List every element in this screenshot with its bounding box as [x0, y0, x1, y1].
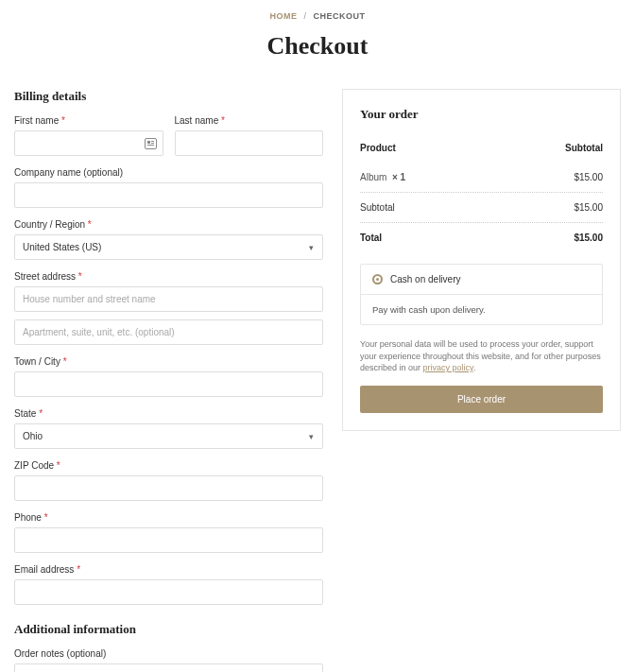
email-label: Email address * — [14, 564, 323, 575]
order-col-product: Product — [360, 143, 396, 153]
order-notes-label: Order notes (optional) — [14, 648, 323, 659]
breadcrumb-home[interactable]: HOME — [269, 11, 297, 21]
country-select[interactable]: United States (US) — [14, 234, 323, 260]
privacy-policy-link[interactable]: privacy policy — [423, 363, 473, 372]
order-subtotal-value: $15.00 — [574, 202, 603, 213]
payment-method-option[interactable]: Cash on delivery — [361, 265, 602, 295]
order-subtotal-label: Subtotal — [360, 202, 395, 213]
billing-heading: Billing details — [14, 89, 323, 104]
phone-input[interactable] — [14, 527, 323, 553]
first-name-input[interactable] — [14, 130, 163, 156]
company-label: Company name (optional) — [14, 167, 323, 178]
page-title: Checkout — [14, 32, 621, 60]
payment-method-description: Pay with cash upon delivery. — [361, 295, 602, 324]
street-label: Street address * — [14, 271, 323, 282]
billing-section: Billing details First name * Last name *… — [14, 89, 323, 672]
additional-heading: Additional information — [14, 622, 323, 637]
breadcrumb-separator: / — [303, 11, 306, 21]
place-order-button[interactable]: Place order — [360, 386, 603, 413]
state-select[interactable]: Ohio — [14, 423, 323, 449]
order-item-price: $15.00 — [574, 172, 603, 182]
phone-label: Phone * — [14, 512, 323, 523]
email-input[interactable] — [14, 579, 323, 605]
company-input[interactable] — [14, 182, 323, 208]
radio-selected-icon — [372, 274, 383, 284]
order-total-label: Total — [360, 233, 382, 243]
payment-method-box: Cash on delivery Pay with cash upon deli… — [360, 264, 603, 325]
order-item-name: Album × 1 — [360, 172, 405, 182]
order-heading: Your order — [360, 107, 603, 122]
breadcrumb: HOME / CHECKOUT — [14, 11, 621, 21]
first-name-label: First name * — [14, 115, 163, 126]
breadcrumb-current: CHECKOUT — [314, 11, 366, 21]
order-total-value: $15.00 — [574, 233, 603, 243]
city-label: Town / City * — [14, 356, 323, 367]
street-address-2-input[interactable] — [14, 319, 323, 345]
privacy-notice: Your personal data will be used to proce… — [360, 338, 603, 374]
street-address-1-input[interactable] — [14, 286, 323, 312]
order-col-subtotal: Subtotal — [565, 143, 603, 153]
payment-method-label: Cash on delivery — [390, 274, 460, 284]
zip-label: ZIP Code * — [14, 460, 323, 471]
order-notes-textarea[interactable] — [14, 663, 323, 672]
city-input[interactable] — [14, 371, 323, 397]
order-summary: Your order Product Subtotal Album × 1 $1… — [342, 89, 621, 431]
last-name-input[interactable] — [175, 130, 324, 156]
state-label: State * — [14, 408, 323, 419]
zip-input[interactable] — [14, 475, 323, 501]
last-name-label: Last name * — [175, 115, 324, 126]
country-label: Country / Region * — [14, 219, 323, 230]
